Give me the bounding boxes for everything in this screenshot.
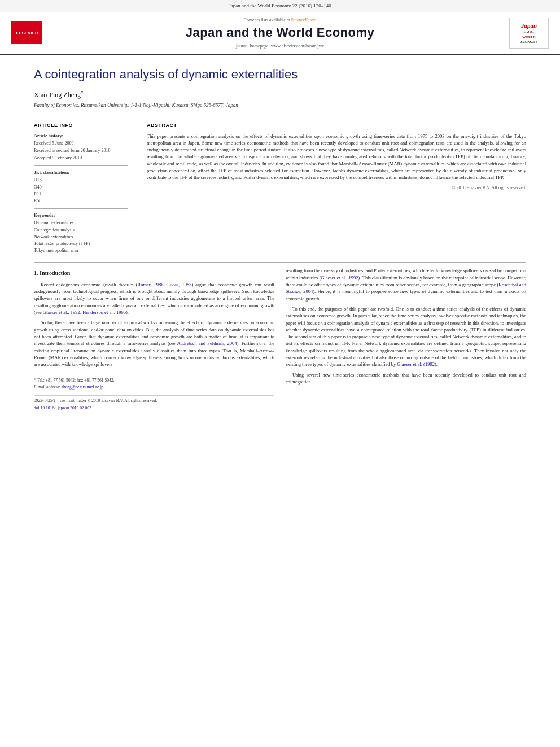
journal-logo-box: Japan and the WORLD ECONOMY <box>509 18 549 49</box>
doi-line: doi:10.1016/j.japwor.2010.02.002 <box>34 405 274 412</box>
logo-and-the: and the <box>524 30 535 34</box>
affiliation: Faculty of Economics, Ritsumeikan Univer… <box>34 102 526 109</box>
author-sup: * <box>81 90 84 95</box>
glaeser1992b-link[interactable]: Glaeser et al., 1992 <box>321 275 358 281</box>
footnote-section: * Tel.: +81 77 561 5042; fax: +81 77 561… <box>34 375 274 391</box>
article-info-heading: ARTICLE INFO <box>34 122 128 129</box>
received2: Received in revised form 20 January 2010 <box>34 147 128 154</box>
keyword-5: Tokyo metropolitan area <box>34 247 128 254</box>
keyword-1: Dynamic externalities <box>34 220 128 226</box>
divider-body <box>34 262 526 263</box>
abstract-col: ABSTRACT This paper presents a cointegra… <box>147 122 526 254</box>
body-right-para1: resulting from the diversity of industri… <box>286 267 526 302</box>
doi-link[interactable]: doi:10.1016/j.japwor.2010.02.002 <box>34 405 91 410</box>
sciencedirect-link[interactable]: ScienceDirect <box>291 18 317 23</box>
topbar-text: Japan and the World Economy 22 (2010) 13… <box>229 3 331 8</box>
body-right-para3: Using several new time-series econometri… <box>286 372 526 386</box>
received1: Received 5 June 2009 <box>34 140 128 146</box>
header-right: Japan and the WORLD ECONOMY <box>504 18 549 49</box>
keyword-4: Total factor productivity (TFP) <box>34 241 128 247</box>
abstract-text: This paper presents a cointegration anal… <box>147 133 526 181</box>
article-history-label: Article history: <box>34 133 128 139</box>
journal-header: ELSEVIER Contents lists available at Sci… <box>0 12 560 55</box>
glaeser1992-link[interactable]: Glaeser et al., 1992 <box>43 309 80 315</box>
lucas-link[interactable]: Lucas, 1988 <box>167 282 192 287</box>
jel-o18: O18 <box>34 177 128 183</box>
accepted: Accepted 9 February 2010 <box>34 155 128 161</box>
henderson-link[interactable]: Henderson et al., 1995 <box>82 309 126 315</box>
rosenthal-link[interactable]: Rosenthal and Strange, 2004 <box>286 282 526 294</box>
elsevier-icon: ELSEVIER <box>16 24 38 41</box>
keywords-label: Keywords: <box>34 212 128 219</box>
jel-r11: R11 <box>34 191 128 197</box>
jel-label: JEL classification: <box>34 169 128 176</box>
elsevier-logo-area: ELSEVIER <box>11 21 56 44</box>
journal-title: Japan and the World Economy <box>56 24 504 42</box>
article-info-abstract: ARTICLE INFO Article history: Received 5… <box>34 122 526 254</box>
divider-jel <box>34 165 128 166</box>
svg-text:ELSEVIER: ELSEVIER <box>16 30 38 36</box>
body-col-right: resulting from the diversity of industri… <box>286 267 526 412</box>
logo-world: WORLD <box>522 35 535 40</box>
logo-japan-text: Japan <box>521 21 537 30</box>
audretsch-link[interactable]: Audretsch and Feldman, 2004 <box>177 340 237 346</box>
romer-link[interactable]: Romer, 1986 <box>137 282 163 287</box>
elsevier-icon-box: ELSEVIER <box>11 21 42 44</box>
journal-homepage: journal homepage: www.elsevier.com/locat… <box>56 43 504 49</box>
keyword-3: Network externalities <box>34 234 128 240</box>
divider-keywords <box>34 208 128 209</box>
body-col-left: 1. Introduction Recent endogenous econom… <box>34 267 274 412</box>
footnote1: * Tel.: +81 77 561 5042; fax: +81 77 561… <box>34 378 274 384</box>
article-title: A cointegration analysis of dynamic exte… <box>34 66 526 84</box>
keyword-2: Cointegration analysis <box>34 227 128 233</box>
copyright-line: © 2010 Elsevier B.V. All rights reserved… <box>147 185 526 191</box>
glaeser1992c-link[interactable]: Glaeser et al. (1992) <box>397 361 436 367</box>
homepage-label: journal homepage: www.elsevier.com/locat… <box>236 43 324 49</box>
elsevier-logo: ELSEVIER <box>11 21 56 44</box>
article-content: A cointegration analysis of dynamic exte… <box>0 55 560 423</box>
issn-line: 0922-1425/$ – see front matter © 2010 El… <box>34 398 274 404</box>
sciencedirect-line: Contents lists available at ScienceDirec… <box>56 17 504 23</box>
sciencedirect-label: Contents lists available at <box>244 18 290 23</box>
jel-r58: R58 <box>34 198 128 204</box>
body-para2: So far, there have been a large number o… <box>34 319 274 368</box>
footnote2: E-mail address: zheng@ec.ritsumei.ac.jp <box>34 385 274 391</box>
article-info-col: ARTICLE INFO Article history: Received 5… <box>34 122 135 254</box>
author-name: Xiao-Ping Zheng <box>34 91 81 99</box>
divider-top <box>34 117 526 117</box>
body-para1: Recent endogenous economic growth theori… <box>34 281 274 316</box>
logo-economy: ECONOMY <box>520 40 537 44</box>
body-right-para2: To this end, the purposes of this paper … <box>286 305 526 368</box>
section1-title: 1. Introduction <box>34 269 274 278</box>
author-line: Xiao-Ping Zheng* <box>34 89 526 100</box>
header-center: Contents lists available at ScienceDirec… <box>56 17 504 49</box>
page: Japan and the World Economy 22 (2010) 13… <box>0 0 560 747</box>
topbar: Japan and the World Economy 22 (2010) 13… <box>0 0 560 12</box>
body-columns: 1. Introduction Recent endogenous econom… <box>34 267 526 412</box>
abstract-heading: ABSTRACT <box>147 122 526 129</box>
email-link[interactable]: zheng@ec.ritsumei.ac.jp <box>62 385 103 390</box>
bottom-info: 0922-1425/$ – see front matter © 2010 El… <box>34 395 274 412</box>
jel-o40: O40 <box>34 184 128 190</box>
